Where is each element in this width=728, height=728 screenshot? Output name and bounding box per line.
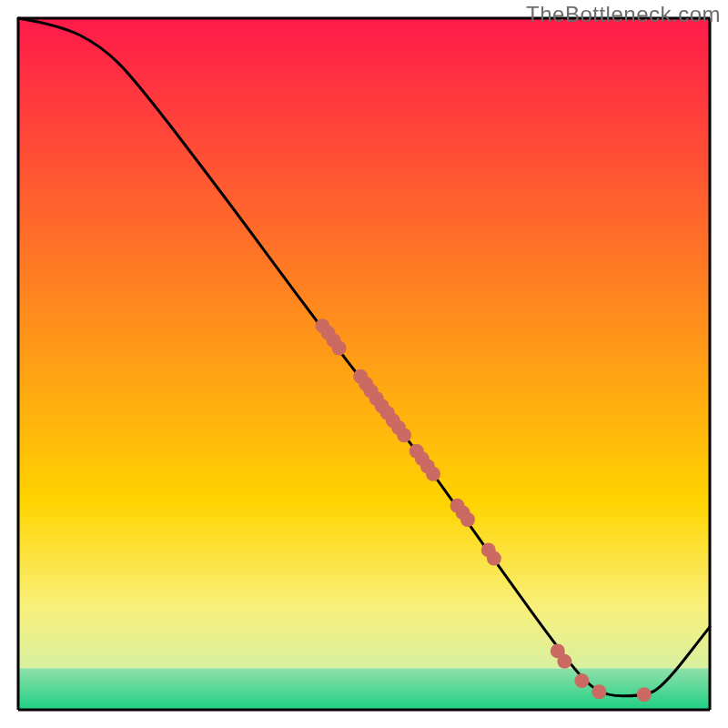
chart-plot-area	[0, 0, 728, 728]
attribution-label: TheBottleneck.com	[526, 2, 721, 27]
chart-container: TheBottleneck.com	[0, 0, 728, 728]
